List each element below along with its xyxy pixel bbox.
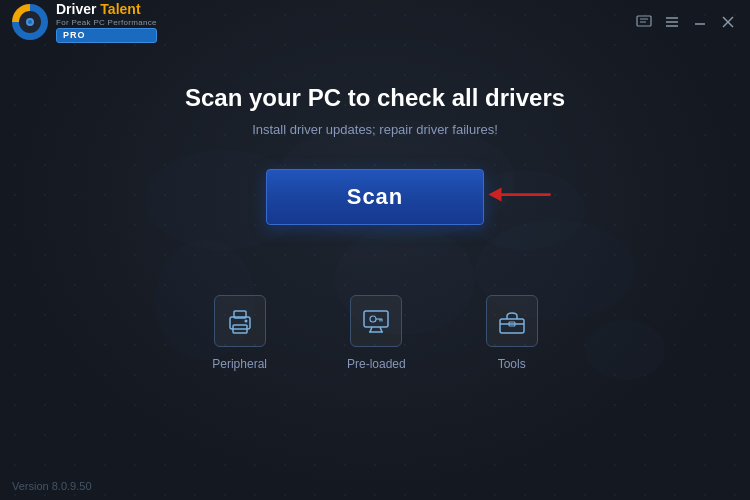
main-headline: Scan your PC to check all drivers <box>185 84 565 112</box>
svg-rect-7 <box>637 16 651 26</box>
main-content: Scan your PC to check all drivers Instal… <box>0 44 750 285</box>
titlebar: Driver Talent For Peak PC Performance PR… <box>0 0 750 44</box>
version-text: Version 8.0.9.50 <box>12 480 92 492</box>
tools-icon-box <box>486 295 538 347</box>
tools-label: Tools <box>498 357 526 371</box>
pro-badge: PRO <box>56 28 157 43</box>
message-button[interactable] <box>634 12 654 32</box>
logo-circle <box>12 4 48 40</box>
menu-button[interactable] <box>662 12 682 32</box>
minimize-button[interactable] <box>690 12 710 32</box>
tools-item[interactable]: Tools <box>486 295 538 371</box>
close-button[interactable] <box>718 12 738 32</box>
app-logo: Driver Talent For Peak PC Performance PR… <box>12 1 157 42</box>
app-title: Driver Talent <box>56 1 157 18</box>
app-subtitle: For Peak PC Performance <box>56 18 157 28</box>
peripheral-label: Peripheral <box>212 357 267 371</box>
logo-inner <box>19 11 41 33</box>
peripheral-icon-box <box>214 295 266 347</box>
svg-marker-17 <box>489 188 502 202</box>
preloaded-label: Pre-loaded <box>347 357 406 371</box>
logo-dot <box>26 18 34 26</box>
logo-text: Driver Talent For Peak PC Performance PR… <box>56 1 157 42</box>
scan-wrapper: Scan <box>266 169 485 225</box>
main-subline: Install driver updates; repair driver fa… <box>252 122 498 137</box>
window-controls <box>634 12 738 32</box>
preloaded-item[interactable]: Pre-loaded <box>347 295 406 371</box>
scan-button[interactable]: Scan <box>266 169 485 225</box>
svg-point-26 <box>370 316 376 322</box>
preloaded-icon-box <box>350 295 402 347</box>
arrow-pointer <box>484 175 554 219</box>
bottom-icons: Peripheral Pre-loaded <box>0 285 750 371</box>
peripheral-item[interactable]: Peripheral <box>212 295 267 371</box>
svg-point-21 <box>244 320 247 323</box>
